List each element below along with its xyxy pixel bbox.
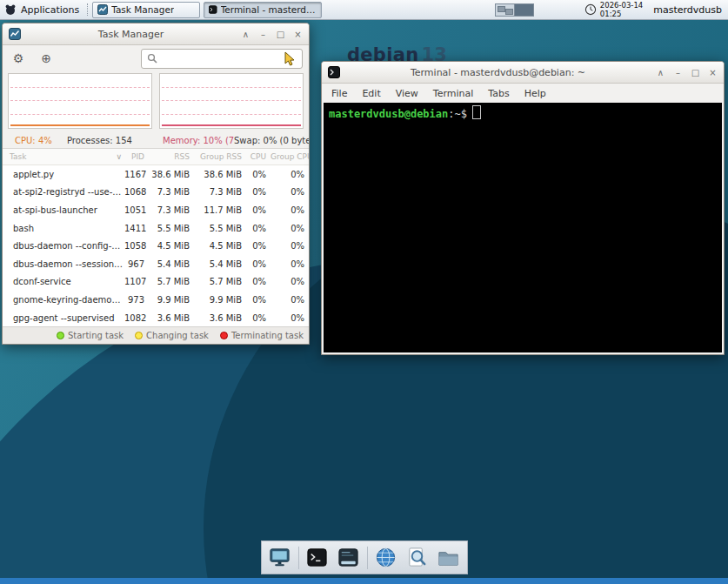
cpu-stat: CPU: 4%	[15, 136, 67, 145]
globe-icon	[374, 546, 397, 569]
applications-label: Applications	[21, 4, 79, 16]
column-task[interactable]: Task ∨	[3, 152, 124, 161]
minimize-button[interactable]: –	[673, 68, 683, 77]
shade-button[interactable]: ∧	[241, 30, 250, 39]
column-group-cpu[interactable]: Group CPU	[270, 152, 309, 161]
table-row[interactable]: gpg-agent --supervised 1082 3.6 MiB 3.6 …	[3, 309, 309, 327]
process-table-header: Task ∨ PID RSS Group RSS CPU Group CPU	[3, 148, 309, 165]
table-row[interactable]: applet.py 1167 38.6 MiB 38.6 MiB 0% 0%	[3, 165, 309, 184]
clock-text: 2026-03-14 01:25	[600, 1, 643, 18]
task-group-cpu: 0%	[270, 241, 309, 251]
task-rss: 5.7 MiB	[149, 277, 194, 286]
search-input[interactable]	[162, 52, 297, 64]
shade-button[interactable]: ∧	[656, 68, 665, 77]
memory-usage-line	[162, 124, 301, 126]
legend-starting-task: Starting task	[57, 331, 124, 340]
task-manager-titlebar[interactable]: Task Manager ∧ – □ ×	[3, 23, 309, 45]
task-pid: 1411	[124, 224, 149, 233]
search-icon	[147, 53, 157, 64]
task-group-cpu: 0%	[270, 277, 309, 286]
taskbar-button-label: Task Manager	[111, 4, 174, 15]
clock-icon	[584, 3, 597, 16]
task-group-rss: 9.9 MiB	[194, 295, 246, 305]
table-row[interactable]: bash 1411 5.5 MiB 5.5 MiB 0% 0%	[3, 219, 309, 238]
task-group-rss: 4.5 MiB	[194, 241, 246, 251]
table-row[interactable]: dbus-daemon --config-file=/us... 1058 4.…	[3, 237, 309, 255]
session-user-label: masterdvdusb	[653, 4, 722, 16]
task-group-rss: 3.6 MiB	[194, 313, 246, 323]
terminal-screen[interactable]: masterdvdusb@debian:~$	[324, 103, 722, 352]
xfce-mouse-icon	[4, 3, 17, 16]
workspace-2[interactable]	[514, 4, 533, 16]
terminal-window: Terminal - masterdvdusb@debian: ~ ∧ – □ …	[321, 61, 725, 355]
menu-tabs[interactable]: Tabs	[488, 88, 509, 99]
close-button[interactable]: ×	[708, 68, 718, 77]
table-row[interactable]: dconf-service 1107 5.7 MiB 5.7 MiB 0% 0%	[3, 273, 309, 292]
column-cpu[interactable]: CPU	[246, 152, 270, 161]
terminal-window-icon	[328, 66, 340, 78]
close-button[interactable]: ×	[293, 30, 303, 39]
dock-icon-app-finder[interactable]	[404, 545, 431, 571]
task-name: dbus-daemon --session --addr...	[3, 259, 124, 269]
dock-icon-file-manager[interactable]	[436, 545, 462, 571]
workspace-switcher[interactable]	[495, 3, 534, 17]
task-group-rss: 7.3 MiB	[194, 187, 246, 197]
gridline	[10, 100, 150, 101]
menu-edit[interactable]: Edit	[362, 88, 380, 99]
changing-task-dot-icon	[135, 332, 143, 339]
gridline	[10, 114, 150, 115]
menu-view[interactable]: View	[396, 88, 418, 99]
task-rss: 38.6 MiB	[149, 170, 194, 179]
dock-separator	[298, 547, 299, 569]
minimize-button[interactable]: –	[258, 30, 268, 39]
settings-icon[interactable]: ⚙	[9, 49, 28, 68]
mouse-cursor	[284, 51, 296, 66]
dock-icon-text-editor[interactable]	[336, 545, 362, 571]
workspace-1[interactable]	[496, 4, 514, 16]
task-rss: 4.5 MiB	[149, 241, 194, 251]
column-group-rss[interactable]: Group RSS	[194, 152, 246, 161]
terminal-icon	[209, 4, 217, 15]
task-cpu: 0%	[246, 205, 270, 215]
target-icon[interactable]: ⊕	[37, 49, 56, 68]
menu-help[interactable]: Help	[524, 88, 546, 99]
column-rss[interactable]: RSS	[149, 152, 194, 161]
table-row[interactable]: at-spi2-registryd --use-gnome... 1068 7.…	[3, 184, 309, 202]
applications-menu[interactable]: Applications	[0, 0, 86, 19]
menu-file[interactable]: File	[331, 88, 347, 99]
bottom-edge-strip	[0, 578, 728, 584]
task-name: gpg-agent --supervised	[3, 313, 124, 323]
terminal-titlebar[interactable]: Terminal - masterdvdusb@debian: ~ ∧ – □ …	[322, 62, 724, 84]
task-cpu: 0%	[246, 187, 270, 197]
maximize-button[interactable]: □	[276, 30, 285, 39]
task-rss: 7.3 MiB	[149, 205, 194, 215]
task-cpu: 0%	[246, 277, 270, 286]
top-panel: Applications Task Manager Terminal - mas…	[0, 0, 728, 20]
cpu-usage-line	[10, 124, 150, 126]
clock[interactable]: 2026-03-14 01:25	[584, 1, 643, 18]
search-box[interactable]	[141, 49, 303, 69]
table-row[interactable]: dbus-daemon --session --addr... 967 5.4 …	[3, 255, 309, 273]
dock-icon-web-browser[interactable]	[373, 545, 399, 571]
table-row[interactable]: gnome-keyring-daemon --for... 973 9.9 Mi…	[3, 291, 309, 309]
table-row[interactable]: at-spi-bus-launcher 1051 7.3 MiB 11.7 Mi…	[3, 201, 309, 219]
cpu-graph	[8, 73, 152, 129]
maximize-button[interactable]: □	[691, 68, 700, 77]
prompt-separator: :	[448, 108, 454, 120]
task-pid: 1107	[124, 277, 149, 286]
sort-down-icon: ∨	[116, 152, 124, 161]
column-pid[interactable]: PID	[124, 152, 149, 161]
dock-separator	[367, 547, 368, 569]
task-group-rss: 5.7 MiB	[194, 277, 246, 286]
task-rss: 7.3 MiB	[149, 187, 194, 197]
dock-icon-display[interactable]	[267, 545, 293, 571]
menu-terminal[interactable]: Terminal	[433, 88, 474, 99]
taskbar-button-terminal[interactable]: Terminal - masterdvdusb...	[204, 2, 322, 18]
task-group-rss: 5.4 MiB	[194, 259, 246, 269]
task-manager-window: Task Manager ∧ – □ × ⚙ ⊕	[2, 23, 310, 345]
task-cpu: 0%	[246, 241, 270, 251]
task-rss: 5.5 MiB	[149, 224, 194, 233]
task-cpu: 0%	[246, 259, 270, 269]
taskbar-button-task-manager[interactable]: Task Manager	[92, 2, 200, 18]
dock-icon-terminal[interactable]	[304, 545, 331, 571]
